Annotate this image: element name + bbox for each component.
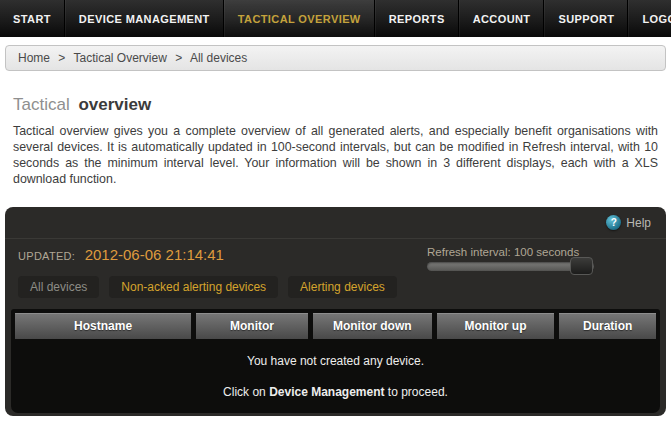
empty-state-line1: You have not created any device. <box>15 354 656 368</box>
slider-handle[interactable] <box>570 257 593 275</box>
page-title-light: Tactical <box>13 95 70 114</box>
column-header-monitor-down[interactable]: Monitor down <box>313 313 432 339</box>
breadcrumb-home[interactable]: Home <box>18 51 50 65</box>
breadcrumb-separator: > <box>175 51 182 65</box>
nav-item-device-management[interactable]: DEVICE MANAGEMENT <box>65 0 224 37</box>
help-button[interactable]: ? Help <box>606 215 651 230</box>
help-icon: ? <box>606 215 621 230</box>
empty-state: You have not created any device. Click o… <box>15 354 656 399</box>
breadcrumb-separator: > <box>58 51 65 65</box>
breadcrumb-all-devices: All devices <box>190 51 247 65</box>
help-label: Help <box>626 216 651 230</box>
empty-state-line2-prefix: Click on <box>223 385 269 399</box>
tab-alerting-devices[interactable]: Alerting devices <box>288 276 397 298</box>
page-title: Tactical overview <box>13 95 658 115</box>
tactical-overview-panel: ? Help UPDATED: 2012-06-06 21:14:41 Refr… <box>5 207 666 416</box>
column-header-hostname[interactable]: Hostname <box>15 313 191 339</box>
refresh-interval-slider[interactable] <box>427 262 594 271</box>
tab-non-acked-alerting-devices[interactable]: Non-acked alerting devices <box>109 276 278 298</box>
devices-table: Hostname Monitor Monitor down Monitor up… <box>11 309 660 413</box>
intro-section: Tactical overview Tactical overview give… <box>0 95 671 187</box>
nav-item-logout[interactable]: LOGOUT <box>628 0 671 37</box>
nav-item-tactical-overview[interactable]: TACTICAL OVERVIEW <box>224 0 375 37</box>
status-row: UPDATED: 2012-06-06 21:14:41 Refresh int… <box>5 239 666 271</box>
column-header-duration[interactable]: Duration <box>559 313 656 339</box>
updated-timestamp: 2012-06-06 21:14:41 <box>85 246 224 263</box>
column-header-monitor-up[interactable]: Monitor up <box>437 313 555 339</box>
refresh-interval-control: Refresh interval: 100 seconds <box>427 246 594 271</box>
nav-item-reports[interactable]: REPORTS <box>375 0 459 37</box>
updated-status: UPDATED: 2012-06-06 21:14:41 <box>18 246 224 271</box>
nav-item-start[interactable]: START <box>0 0 65 37</box>
devices-table-header: Hostname Monitor Monitor down Monitor up… <box>15 313 656 339</box>
tab-all-devices[interactable]: All devices <box>18 276 99 298</box>
updated-label: UPDATED: <box>18 250 75 262</box>
panel-header-row: ? Help <box>5 207 666 239</box>
empty-state-line2-suffix: to proceed. <box>385 385 448 399</box>
nav-item-support[interactable]: SUPPORT <box>544 0 628 37</box>
page-title-bold: overview <box>78 95 151 114</box>
breadcrumb-tactical-overview[interactable]: Tactical Overview <box>74 51 167 65</box>
breadcrumb: Home > Tactical Overview > All devices <box>5 45 666 71</box>
device-filter-tabs: All devices Non-acked alerting devices A… <box>5 271 666 298</box>
empty-state-device-management-ref: Device Management <box>269 385 384 399</box>
column-header-monitor[interactable]: Monitor <box>196 313 308 339</box>
refresh-interval-label: Refresh interval: 100 seconds <box>427 246 594 258</box>
empty-state-line2: Click on Device Management to proceed. <box>15 385 656 399</box>
page-description: Tactical overview gives you a complete o… <box>13 123 658 187</box>
top-nav: START DEVICE MANAGEMENT TACTICAL OVERVIE… <box>0 0 671 37</box>
nav-item-account[interactable]: ACCOUNT <box>459 0 545 37</box>
